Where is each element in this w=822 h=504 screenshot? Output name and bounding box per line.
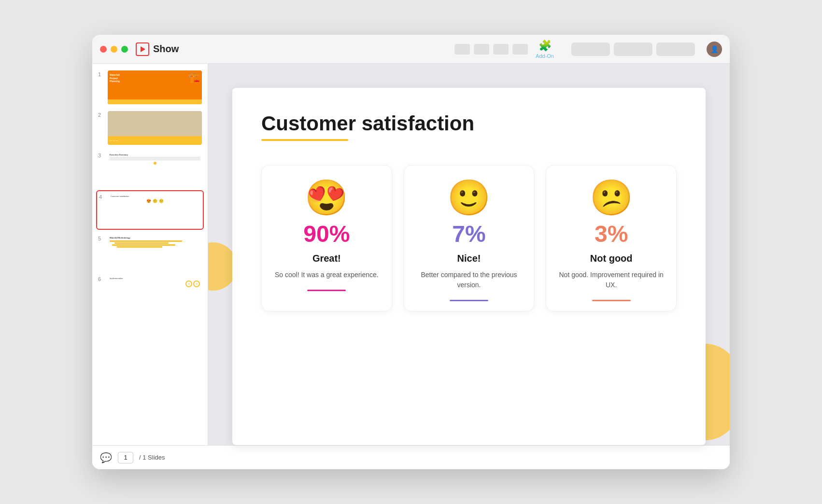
gantt-row: [112, 244, 175, 246]
logo-area: Show: [136, 42, 179, 56]
action-buttons: [571, 42, 695, 56]
slide-number-5: 5: [98, 235, 104, 241]
toolbar-btn-2[interactable]: [474, 44, 489, 55]
traffic-lights: [100, 46, 128, 53]
page-input[interactable]: [118, 452, 133, 463]
slide-number-3: 3: [98, 152, 104, 158]
thumb-3-dot: [154, 162, 156, 165]
thumb-4-emojis: 😍 🙂 😕: [111, 199, 199, 203]
line-nice: [450, 300, 488, 301]
slide-item-5[interactable]: 5 Waterfall Methodology: [96, 233, 204, 270]
thumb-3-line: [110, 160, 200, 160]
line-great: [307, 290, 346, 291]
content-area: Customer satisfaction 😍 90% Great! So co…: [208, 64, 730, 469]
percentage-great: 90%: [303, 221, 350, 247]
toolbar-btn-4[interactable]: [512, 44, 528, 55]
slide-item-2[interactable]: 2 — — —: [96, 109, 204, 147]
percentage-nice: 7%: [452, 221, 485, 247]
thumb-6-circles: ① ②: [110, 280, 200, 287]
desc-great: So cool! It was a great experience.: [275, 270, 379, 280]
slide-item-4[interactable]: 4 Customer satisfaction 😍 🙂 😕: [96, 190, 204, 230]
maximize-button[interactable]: [121, 46, 128, 53]
slide-canvas: Customer satisfaction 😍 90% Great! So co…: [232, 88, 706, 445]
gantt-row: [114, 242, 169, 244]
thumb-3-line: [110, 157, 200, 157]
action-btn-2[interactable]: [614, 42, 652, 56]
thumb-1-bar: [108, 99, 202, 104]
slide-thumbnail-2: — — —: [108, 111, 202, 145]
toolbar: 🧩 Add-On 👤: [454, 40, 722, 59]
slide-item-3[interactable]: 3 Executive Summary: [96, 150, 204, 187]
emoji-great: 😍: [305, 180, 348, 215]
avatar-initials: 👤: [710, 45, 719, 53]
thumb-6-title: Implementation: [110, 277, 200, 280]
slide-thumbnail-6: Implementation ① ②: [108, 275, 202, 309]
slide-number-2: 2: [98, 111, 104, 118]
chat-icon[interactable]: 💬: [100, 452, 112, 463]
bottom-bar: 💬 / 1 Slides: [92, 445, 730, 469]
slide-item-1[interactable]: 1 WaterfallProjectPlanning 🏗️: [96, 69, 204, 106]
thumb-4-emoji-3: 😕: [159, 199, 164, 203]
card-notgood: 😕 3% Not good Not good. Improvement requ…: [546, 165, 677, 311]
close-button[interactable]: [100, 46, 107, 53]
slide-title-underline: [261, 139, 348, 141]
thumb-6-circle-1: ①: [185, 280, 192, 287]
label-nice: Nice!: [457, 253, 481, 264]
emoji-notgood: 😕: [590, 180, 633, 215]
toolbar-btn-3[interactable]: [493, 44, 509, 55]
avatar[interactable]: 👤: [707, 42, 722, 57]
thumb-5-gantt: [110, 240, 200, 248]
main-layout: 1 WaterfallProjectPlanning 🏗️ 2: [92, 64, 730, 469]
thumb-5-title: Waterfall Methodology: [110, 237, 200, 239]
thumb-1-crane: 🏗️: [188, 71, 200, 83]
card-great: 😍 90% Great! So cool! It was a great exp…: [261, 165, 392, 311]
titlebar: Show 🧩 Add-On 👤: [92, 35, 730, 64]
desc-notgood: Not good. Improvement required in UX.: [556, 270, 666, 290]
thumb-1-text: WaterfallProjectPlanning: [110, 73, 120, 83]
emoji-nice: 🙂: [447, 180, 491, 215]
thumb-4-emoji-1: 😍: [146, 199, 151, 203]
page-total: / 1 Slides: [139, 454, 165, 461]
slide-thumbnail-3: Executive Summary: [108, 152, 202, 185]
slide-number-1: 1: [98, 70, 104, 77]
play-icon: [141, 46, 145, 52]
slide-title: Customer satisfaction: [261, 112, 677, 135]
thumb-6-circle-2: ②: [193, 280, 200, 287]
gantt-row: [117, 246, 162, 248]
line-notgood: [592, 300, 631, 301]
thumb-4-title: Customer satisfaction: [111, 195, 199, 197]
slide-panel: 1 WaterfallProjectPlanning 🏗️ 2: [92, 64, 208, 469]
action-btn-1[interactable]: [571, 42, 610, 56]
slide-thumbnail-5: Waterfall Methodology: [108, 235, 202, 268]
card-nice: 🙂 7% Nice! Better compared to the previo…: [404, 165, 535, 311]
slide-item-6[interactable]: 6 Implementation ① ②: [96, 273, 204, 311]
gantt-row: [110, 240, 182, 242]
label-great: Great!: [312, 253, 341, 264]
thumb-3-line: [110, 158, 200, 158]
app-window: Show 🧩 Add-On 👤 1: [92, 35, 730, 469]
desc-nice: Better compared to the previous version.: [414, 270, 524, 290]
toolbar-btn-1[interactable]: [454, 44, 470, 55]
slide-thumbnail-1: WaterfallProjectPlanning 🏗️: [108, 70, 202, 104]
thumb-2-text: — — —: [110, 139, 118, 142]
app-title: Show: [153, 43, 179, 55]
thumb-4-emoji-2: 🙂: [153, 199, 157, 203]
cards-row: 😍 90% Great! So cool! It was a great exp…: [261, 165, 677, 311]
percentage-notgood: 3%: [595, 221, 628, 247]
addon-button[interactable]: 🧩 Add-On: [536, 40, 554, 59]
thumb-3-line: [110, 159, 200, 159]
addon-label: Add-On: [536, 53, 554, 59]
slide-thumbnail-4: Customer satisfaction 😍 🙂 😕: [109, 193, 201, 227]
label-notgood: Not good: [590, 253, 633, 264]
puzzle-icon: 🧩: [539, 40, 552, 52]
thumb-3-title: Executive Summary: [110, 154, 200, 156]
action-btn-3[interactable]: [656, 42, 695, 56]
slide-number-4: 4: [99, 193, 105, 200]
minimize-button[interactable]: [111, 46, 117, 53]
logo-icon: [136, 42, 149, 56]
slide-number-6: 6: [98, 275, 104, 282]
